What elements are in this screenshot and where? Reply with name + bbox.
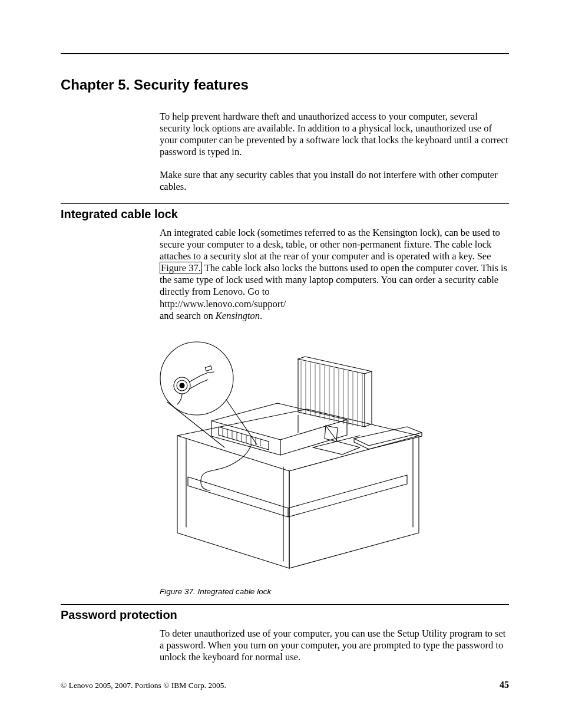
section1-body: An integrated cable lock (sometimes refe… <box>160 227 509 322</box>
svg-point-3 <box>180 383 184 388</box>
support-url: http://www.lenovo.com/support/ <box>160 298 286 309</box>
svg-point-0 <box>160 342 233 415</box>
figure-caption-label: Figure 37. <box>160 587 196 596</box>
section1-lead: An integrated cable lock (sometimes refe… <box>160 227 500 262</box>
search-term: Kensington <box>216 310 260 321</box>
figure-caption: Figure 37. Integrated cable lock <box>160 587 509 596</box>
page-number: 45 <box>500 680 509 690</box>
figure-37: Figure 37. Integrated cable lock <box>160 332 509 596</box>
copyright-text: © Lenovo 2005, 2007. Portions © IBM Corp… <box>61 681 226 690</box>
section1-tail: The cable lock also locks the buttons us… <box>160 262 507 297</box>
section-rule-1 <box>61 203 509 204</box>
section2-paragraph: To deter unauthorized use of your comput… <box>160 628 509 663</box>
figure-caption-text: Integrated cable lock <box>198 587 272 596</box>
figure-37-xref[interactable]: Figure 37. <box>160 262 202 274</box>
section-heading-password: Password protection <box>61 608 509 622</box>
figure-37-illustration <box>160 332 428 580</box>
section2-body: To deter unauthorized use of your comput… <box>160 628 509 663</box>
section-rule-2 <box>61 604 509 605</box>
page-footer: © Lenovo 2005, 2007. Portions © IBM Corp… <box>61 680 509 690</box>
intro-paragraph-2: Make sure that any security cables that … <box>160 169 509 193</box>
section-heading-cable-lock: Integrated cable lock <box>61 207 509 221</box>
top-rule <box>61 53 509 54</box>
search-lead: and search on <box>160 310 216 321</box>
search-period: . <box>260 310 262 321</box>
chapter-title: Chapter 5. Security features <box>61 77 509 93</box>
chapter-intro: To help prevent hardware theft and unaut… <box>160 111 509 193</box>
section1-paragraph: An integrated cable lock (sometimes refe… <box>160 227 509 322</box>
intro-paragraph-1: To help prevent hardware theft and unaut… <box>160 111 509 159</box>
